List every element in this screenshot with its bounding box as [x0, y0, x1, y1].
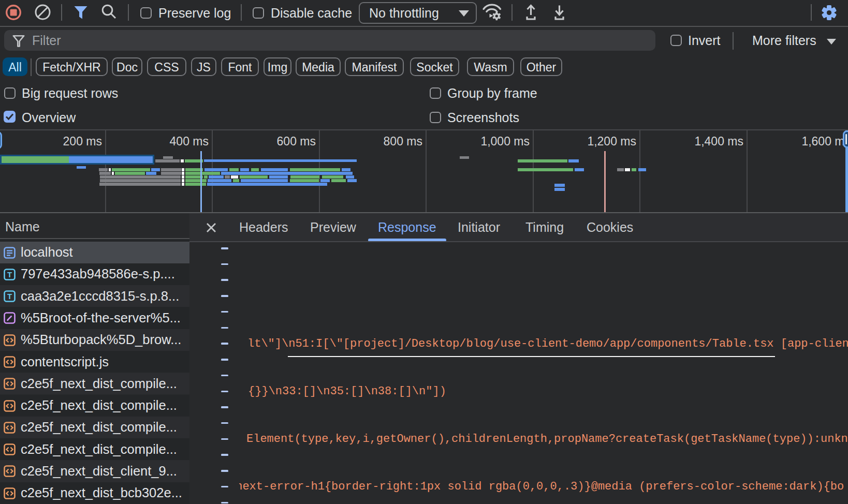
svg-text:T: T [7, 292, 12, 301]
svg-text:T: T [7, 270, 12, 279]
